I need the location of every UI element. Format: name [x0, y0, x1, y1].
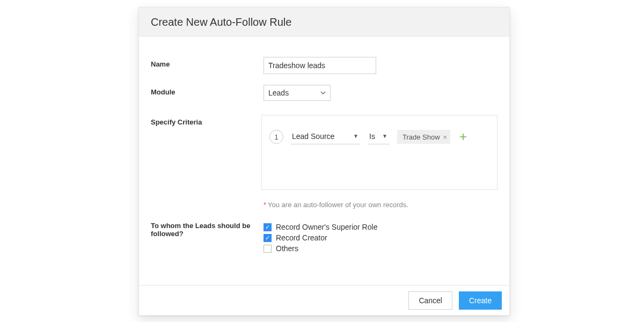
checkbox-record-creator[interactable] — [264, 234, 272, 242]
criteria-note: *You are an auto-follower of your own re… — [264, 201, 497, 209]
criteria-note-text: You are an auto-follower of your own rec… — [268, 201, 408, 209]
modal-title: Create New Auto-Follow Rule — [151, 16, 497, 28]
follower-option: Others — [264, 244, 497, 253]
rule-name-input[interactable] — [264, 57, 376, 74]
criteria-field-select[interactable]: Lead Source ▼ — [291, 129, 361, 144]
criteria-index: 1 — [269, 130, 283, 144]
asterisk-icon: * — [264, 201, 266, 209]
criteria-operator-select[interactable]: Is ▼ — [368, 129, 390, 144]
caret-down-icon: ▼ — [353, 133, 358, 139]
criteria-field-value: Lead Source — [292, 132, 334, 141]
criteria-value-text: Trade Show — [402, 133, 440, 141]
row-criteria: Specify Criteria 1 Lead Source ▼ Is ▼ — [151, 115, 497, 190]
criteria-value-chip[interactable]: Trade Show × — [397, 130, 450, 144]
criteria-row: 1 Lead Source ▼ Is ▼ Trade Show × — [269, 129, 489, 144]
modal-body: Name Module Leads Specify Criteria — [139, 36, 509, 255]
row-module: Module Leads — [151, 85, 497, 101]
modal-footer: Cancel Create — [139, 285, 509, 315]
row-name: Name — [151, 57, 497, 74]
follower-option: Record Owner's Superior Role — [264, 223, 497, 231]
module-select-value: Leads — [268, 89, 289, 97]
criteria-box: 1 Lead Source ▼ Is ▼ Trade Show × — [261, 115, 497, 190]
chevron-down-icon — [320, 91, 326, 94]
checkbox-superior-role[interactable] — [264, 223, 272, 231]
follower-label: Others — [276, 244, 298, 253]
remove-chip-icon[interactable]: × — [443, 133, 448, 141]
control-name — [264, 57, 497, 74]
add-criteria-icon[interactable] — [458, 131, 469, 142]
label-criteria: Specify Criteria — [151, 115, 261, 126]
criteria-operator-value: Is — [369, 132, 375, 141]
module-select[interactable]: Leads — [264, 85, 331, 101]
control-followers: Record Owner's Superior Role Record Crea… — [264, 221, 497, 255]
control-criteria: 1 Lead Source ▼ Is ▼ Trade Show × — [261, 115, 497, 190]
create-auto-follow-rule-modal: Create New Auto-Follow Rule Name Module … — [138, 7, 510, 316]
follower-label: Record Creator — [276, 233, 327, 242]
caret-down-icon: ▼ — [382, 133, 387, 139]
checkbox-others[interactable] — [264, 245, 272, 253]
control-module: Leads — [264, 85, 497, 101]
follower-label: Record Owner's Superior Role — [276, 223, 377, 231]
cancel-button[interactable]: Cancel — [408, 291, 452, 310]
label-name: Name — [151, 57, 264, 68]
create-button[interactable]: Create — [459, 291, 502, 310]
label-followers: To whom the Leads should be followed? — [151, 221, 264, 238]
follower-option: Record Creator — [264, 233, 497, 242]
modal-header: Create New Auto-Follow Rule — [139, 8, 509, 36]
row-followers: To whom the Leads should be followed? Re… — [151, 221, 497, 255]
label-module: Module — [151, 85, 264, 96]
